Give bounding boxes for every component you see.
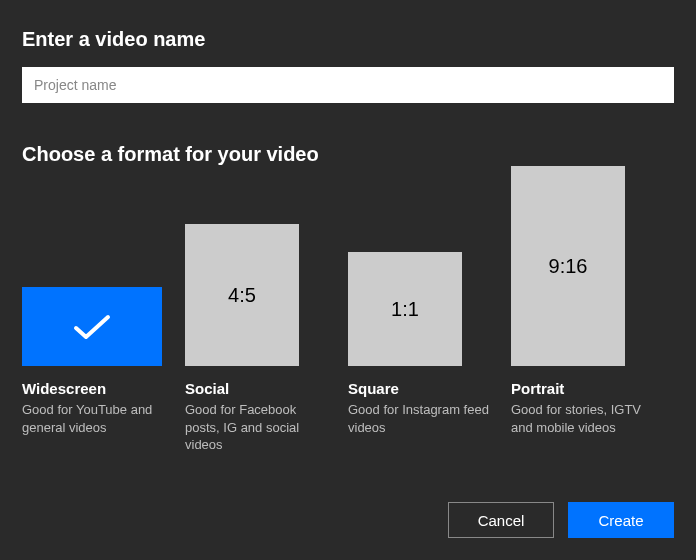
format-thumb-area [22, 166, 171, 366]
format-option-social[interactable]: 4:5 Social Good for Facebook posts, IG a… [185, 166, 348, 454]
video-name-input[interactable] [22, 67, 674, 103]
dialog-footer: Cancel Create [448, 502, 674, 538]
format-ratio-label: 9:16 [549, 255, 588, 278]
format-options: Widescreen Good for YouTube and general … [22, 166, 674, 454]
format-desc: Good for Facebook posts, IG and social v… [185, 401, 334, 454]
format-option-portrait[interactable]: 9:16 Portrait Good for stories, IGTV and… [511, 166, 674, 454]
format-thumb-widescreen [22, 287, 162, 366]
format-desc: Good for Instagram feed videos [348, 401, 497, 436]
checkmark-icon [73, 313, 111, 341]
format-thumb-area: 9:16 [511, 166, 660, 366]
format-title: Social [185, 380, 334, 397]
format-thumb-area: 4:5 [185, 166, 334, 366]
format-thumb-portrait: 9:16 [511, 166, 625, 366]
video-name-label: Enter a video name [22, 28, 674, 51]
cancel-button[interactable]: Cancel [448, 502, 554, 538]
format-thumb-social: 4:5 [185, 224, 299, 366]
format-label: Choose a format for your video [22, 143, 674, 166]
format-thumb-square: 1:1 [348, 252, 462, 366]
format-title: Widescreen [22, 380, 171, 397]
format-option-square[interactable]: 1:1 Square Good for Instagram feed video… [348, 166, 511, 454]
format-ratio-label: 4:5 [228, 284, 256, 307]
format-title: Square [348, 380, 497, 397]
format-thumb-area: 1:1 [348, 166, 497, 366]
create-button[interactable]: Create [568, 502, 674, 538]
format-option-widescreen[interactable]: Widescreen Good for YouTube and general … [22, 166, 185, 454]
format-ratio-label: 1:1 [391, 298, 419, 321]
format-title: Portrait [511, 380, 660, 397]
format-desc: Good for YouTube and general videos [22, 401, 171, 436]
format-desc: Good for stories, IGTV and mobile videos [511, 401, 660, 436]
